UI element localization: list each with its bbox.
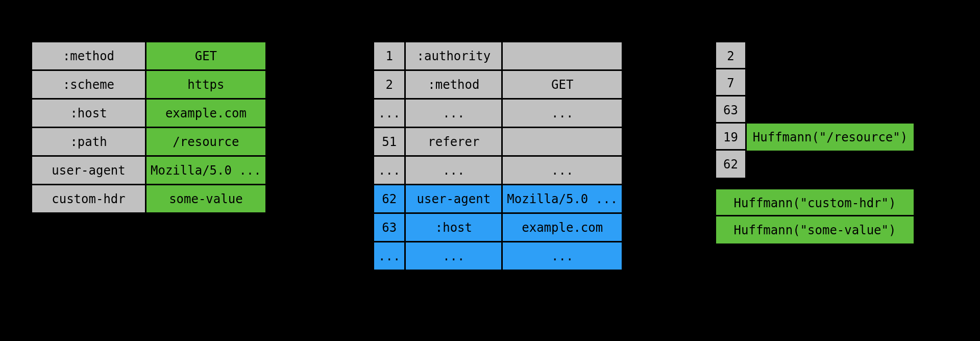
encoded-index-cell: 19 bbox=[716, 123, 746, 152]
encoded-index-cell: 62 bbox=[716, 150, 746, 179]
header-value-cell: some-value bbox=[146, 185, 266, 213]
header-name-cell: referer bbox=[405, 128, 502, 156]
header-name-cell: :host bbox=[32, 99, 146, 128]
header-name-cell: user-agent bbox=[32, 156, 146, 185]
header-name-cell: :method bbox=[32, 42, 146, 70]
table-row: :method GET bbox=[32, 42, 266, 70]
table-row-dynamic: 62 user-agent Mozilla/5.0 ... bbox=[374, 185, 623, 213]
encoded-index-cell: 63 bbox=[716, 96, 746, 125]
encoded-index-cell: 7 bbox=[716, 69, 746, 98]
header-name-cell: :authority bbox=[405, 42, 502, 70]
index-cell: 62 bbox=[374, 185, 405, 213]
index-cell: 51 bbox=[374, 128, 405, 156]
header-value-cell bbox=[502, 42, 623, 70]
index-cell: ... bbox=[374, 99, 405, 128]
header-value-cell bbox=[502, 128, 623, 156]
header-value-cell: GET bbox=[502, 70, 623, 99]
encoded-literal-cell: Huffmann("custom-hdr") bbox=[716, 189, 915, 217]
encoded-row: 7 bbox=[715, 68, 747, 98]
header-value-cell: ... bbox=[502, 242, 623, 271]
index-cell: ... bbox=[374, 156, 405, 185]
table-row: 51 referer bbox=[374, 128, 623, 156]
header-name-cell: :path bbox=[32, 128, 146, 156]
header-value-cell: example.com bbox=[146, 99, 266, 128]
encoded-index-cell: 2 bbox=[716, 42, 746, 70]
encoded-literal-cell: Huffmann("some-value") bbox=[716, 216, 915, 245]
table-row: :path /resource bbox=[32, 128, 266, 156]
table-row: ... ... ... bbox=[374, 99, 623, 128]
table-row: ... ... ... bbox=[374, 156, 623, 185]
header-name-cell: ... bbox=[405, 156, 502, 185]
table-row: 1 :authority bbox=[374, 42, 623, 70]
header-value-cell: ... bbox=[502, 99, 623, 128]
encoded-literal-row: Huffmann("some-value") bbox=[715, 215, 915, 245]
hpack-table: 1 :authority 2 :method GET ... ... ... 5… bbox=[373, 41, 623, 271]
header-value-cell: ... bbox=[502, 156, 623, 185]
header-name-cell: :host bbox=[405, 213, 502, 242]
header-name-cell: custom-hdr bbox=[32, 185, 146, 213]
header-name-cell: :method bbox=[405, 70, 502, 99]
request-headers-table: :method GET :scheme https :host example.… bbox=[31, 41, 267, 214]
header-name-cell: ... bbox=[405, 242, 502, 271]
header-value-cell: Mozilla/5.0 ... bbox=[146, 156, 266, 185]
table-row: 2 :method GET bbox=[374, 70, 623, 99]
header-name-cell: :scheme bbox=[32, 70, 146, 99]
table-row: :host example.com bbox=[32, 99, 266, 128]
table-row-dynamic: 63 :host example.com bbox=[374, 213, 623, 242]
encoded-literal-row: Huffmann("custom-hdr") bbox=[715, 188, 915, 218]
index-cell: ... bbox=[374, 242, 405, 271]
table-row: :scheme https bbox=[32, 70, 266, 99]
header-value-cell: Mozilla/5.0 ... bbox=[502, 185, 623, 213]
header-value-cell: /resource bbox=[146, 128, 266, 156]
index-cell: 2 bbox=[374, 70, 405, 99]
table-row: user-agent Mozilla/5.0 ... bbox=[32, 156, 266, 185]
table-row-dynamic: ... ... ... bbox=[374, 242, 623, 271]
encoded-row: 19 Huffmann("/resource") bbox=[715, 122, 915, 152]
encoded-literal-cell: Huffmann("/resource") bbox=[746, 123, 915, 152]
encoded-row: 2 bbox=[715, 41, 747, 71]
header-value-cell: example.com bbox=[502, 213, 623, 242]
header-value-cell: GET bbox=[146, 42, 266, 70]
encoded-row: 63 bbox=[715, 95, 747, 125]
header-name-cell: ... bbox=[405, 99, 502, 128]
header-name-cell: user-agent bbox=[405, 185, 502, 213]
index-cell: 63 bbox=[374, 213, 405, 242]
encoded-row: 62 bbox=[715, 149, 747, 179]
index-cell: 1 bbox=[374, 42, 405, 70]
table-row: custom-hdr some-value bbox=[32, 185, 266, 213]
header-value-cell: https bbox=[146, 70, 266, 99]
